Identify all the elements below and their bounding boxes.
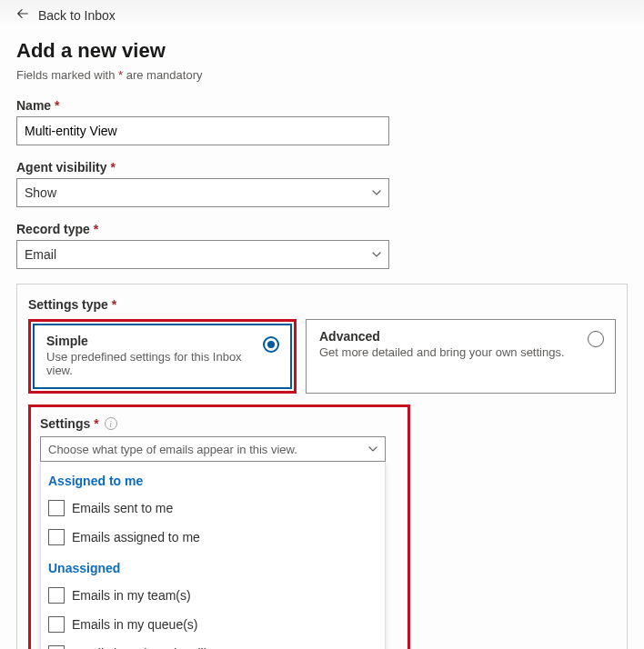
back-to-inbox-link[interactable]: Back to Inbox: [16, 7, 116, 23]
highlight-settings-dropdown: Settings * i Choose what type of emails …: [28, 404, 410, 649]
settings-select[interactable]: Choose what type of emails appear in thi…: [40, 436, 386, 462]
option-emails-in-my-teams[interactable]: Emails in my team(s): [48, 581, 377, 610]
settings-type-option-simple[interactable]: Simple Use predefined settings for this …: [33, 324, 292, 389]
checkbox-unchecked-icon: [48, 529, 65, 545]
agent-visibility-select[interactable]: Show: [16, 178, 389, 207]
record-type-select[interactable]: Email: [16, 240, 389, 269]
checkbox-unchecked-icon: [48, 500, 65, 516]
settings-label: Settings *: [40, 416, 99, 431]
option-emails-sent-to-me[interactable]: Emails sent to me: [48, 494, 377, 523]
settings-dropdown-panel: Assigned to me Emails sent to me Emails …: [40, 461, 386, 649]
checkbox-unchecked-icon: [48, 645, 65, 649]
name-input[interactable]: [16, 116, 389, 145]
checkbox-unchecked-icon: [48, 587, 65, 604]
option-emails-assigned-to-me[interactable]: Emails assigned to me: [48, 523, 377, 552]
arrow-left-icon: [16, 7, 29, 23]
back-label: Back to Inbox: [38, 8, 116, 23]
option-emails-in-my-queues[interactable]: Emails in my queue(s): [48, 610, 377, 639]
option-emails-in-shared-mailbox[interactable]: Emails in a shared mailbox: [48, 639, 377, 649]
group-header-unassigned: Unassigned: [48, 561, 377, 575]
page-title: Add a new view: [16, 39, 628, 63]
record-type-label: Record type *: [16, 222, 389, 236]
group-header-assigned-to-me: Assigned to me: [48, 474, 377, 488]
highlight-simple-option: Simple Use predefined settings for this …: [28, 319, 297, 394]
mandatory-helper-text: Fields marked with * are mandatory: [16, 68, 628, 82]
checkbox-unchecked-icon: [48, 616, 65, 633]
radio-unchecked-icon: [588, 331, 604, 347]
info-icon[interactable]: i: [105, 417, 117, 430]
settings-type-panel: Settings type * Simple Use predefined se…: [16, 284, 628, 649]
settings-type-option-advanced[interactable]: Advanced Get more detailed and bring you…: [306, 319, 616, 394]
settings-type-label: Settings type *: [28, 297, 616, 312]
agent-visibility-label: Agent visibility *: [16, 160, 389, 175]
name-label: Name *: [16, 98, 389, 113]
radio-checked-icon: [263, 336, 279, 353]
